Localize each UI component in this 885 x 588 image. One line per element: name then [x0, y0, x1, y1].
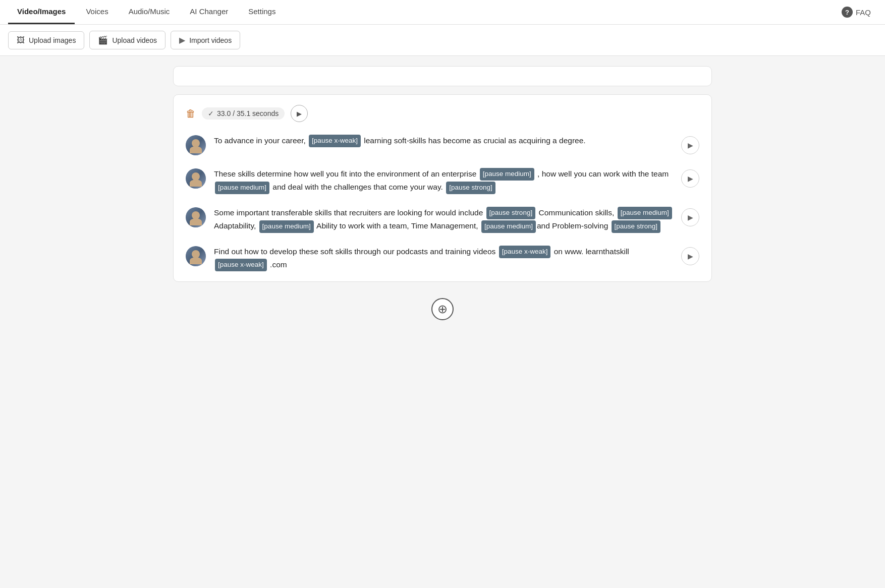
script-card: 🗑 ✓ 33.0 / 35.1 seconds ▶ To advance in …	[173, 94, 712, 282]
avatar	[186, 207, 206, 227]
text-segment: These skills determine how well you fit …	[214, 169, 479, 178]
upload-videos-icon: 🎬	[98, 35, 108, 45]
text-segment: on www. learnthatskill	[551, 247, 629, 256]
tab-settings[interactable]: Settings	[239, 0, 285, 24]
text-segment: Ability to work with a team, Time Manage…	[315, 221, 480, 230]
text-segment: , how well you can work with the team	[535, 169, 669, 178]
import-videos-button[interactable]: ▶ Import videos	[171, 31, 240, 49]
pause-tag: [pause medium]	[215, 182, 269, 194]
upload-videos-label: Upload videos	[112, 36, 157, 44]
faq-icon: ?	[842, 7, 853, 18]
script-line: Some important transferable skills that …	[186, 206, 699, 233]
pause-tag: [pause strong]	[486, 207, 536, 219]
text-segment: and Problem-solving	[537, 221, 611, 230]
text-segment: Adaptability,	[214, 221, 258, 230]
tab-video-images[interactable]: Video/Images	[8, 0, 75, 24]
main-content: 🗑 ✓ 33.0 / 35.1 seconds ▶ To advance in …	[165, 56, 720, 338]
add-section: ⊕	[173, 290, 712, 328]
import-videos-label: Import videos	[189, 36, 232, 44]
play-icon: ▶	[688, 252, 693, 260]
pause-tag: [pause medium]	[259, 220, 314, 233]
upload-images-label: Upload images	[29, 36, 76, 44]
upload-images-icon: 🖼	[17, 36, 25, 45]
add-icon: ⊕	[437, 303, 448, 315]
import-videos-icon: ▶	[179, 35, 185, 45]
line-play-button[interactable]: ▶	[681, 208, 699, 226]
faq-label: FAQ	[856, 8, 871, 17]
pause-tag: [pause strong]	[446, 182, 495, 194]
play-icon: ▶	[297, 110, 302, 117]
script-lines: To advance in your career, [pause x-weak…	[186, 134, 699, 271]
pause-tag: [pause x-weak]	[215, 259, 267, 271]
pause-tag: [pause medium]	[481, 220, 536, 233]
pause-tag: [pause medium]	[480, 168, 534, 181]
upload-videos-button[interactable]: 🎬 Upload videos	[89, 31, 165, 49]
tab-ai-changer[interactable]: AI Changer	[181, 0, 237, 24]
script-line: Find out how to develop these soft skill…	[186, 245, 699, 272]
avatar	[186, 246, 206, 266]
tab-audio-music[interactable]: Audio/Music	[120, 0, 179, 24]
play-icon: ▶	[688, 141, 693, 149]
script-line: These skills determine how well you fit …	[186, 167, 699, 194]
avatar	[186, 135, 206, 155]
upload-bar: 🖼 Upload images 🎬 Upload videos ▶ Import…	[0, 25, 885, 56]
text-segment: Some important transferable skills that …	[214, 208, 485, 217]
pause-tag: [pause x-weak]	[499, 246, 551, 258]
text-segment: learning soft-skills has become as cruci…	[362, 136, 586, 145]
avatar	[186, 168, 206, 189]
script-text: Find out how to develop these soft skill…	[214, 245, 673, 272]
upload-images-button[interactable]: 🖼 Upload images	[8, 31, 84, 49]
script-text: Some important transferable skills that …	[214, 206, 673, 233]
text-segment: To advance in your career,	[214, 136, 308, 145]
pause-tag: [pause x-weak]	[309, 135, 361, 147]
card-play-button[interactable]: ▶	[291, 105, 308, 122]
text-segment: and deal with the challenges that come y…	[270, 183, 445, 191]
play-icon: ▶	[688, 174, 693, 183]
card-header: 🗑 ✓ 33.0 / 35.1 seconds ▶	[186, 105, 699, 122]
line-play-button[interactable]: ▶	[681, 136, 699, 154]
text-segment: Find out how to develop these soft skill…	[214, 247, 498, 256]
top-navigation: Video/Images Voices Audio/Music AI Chang…	[0, 0, 885, 25]
faq-button[interactable]: ? FAQ	[836, 3, 877, 22]
text-segment: .com	[268, 260, 287, 269]
tab-voices[interactable]: Voices	[77, 0, 117, 24]
play-icon: ▶	[688, 213, 693, 221]
check-icon: ✓	[208, 109, 214, 117]
script-line: To advance in your career, [pause x-weak…	[186, 134, 699, 155]
pause-tag: [pause medium]	[618, 207, 672, 219]
duration-text: 33.0 / 35.1 seconds	[217, 109, 279, 117]
line-play-button[interactable]: ▶	[681, 169, 699, 188]
script-text: To advance in your career, [pause x-weak…	[214, 134, 673, 147]
script-text: These skills determine how well you fit …	[214, 167, 673, 194]
delete-icon[interactable]: 🗑	[186, 108, 196, 120]
top-card	[173, 66, 712, 86]
line-play-button[interactable]: ▶	[681, 247, 699, 265]
duration-badge: ✓ 33.0 / 35.1 seconds	[202, 107, 285, 120]
add-line-button[interactable]: ⊕	[431, 298, 454, 320]
pause-tag: [pause strong]	[612, 220, 661, 233]
text-segment: Communication skills,	[536, 208, 617, 217]
